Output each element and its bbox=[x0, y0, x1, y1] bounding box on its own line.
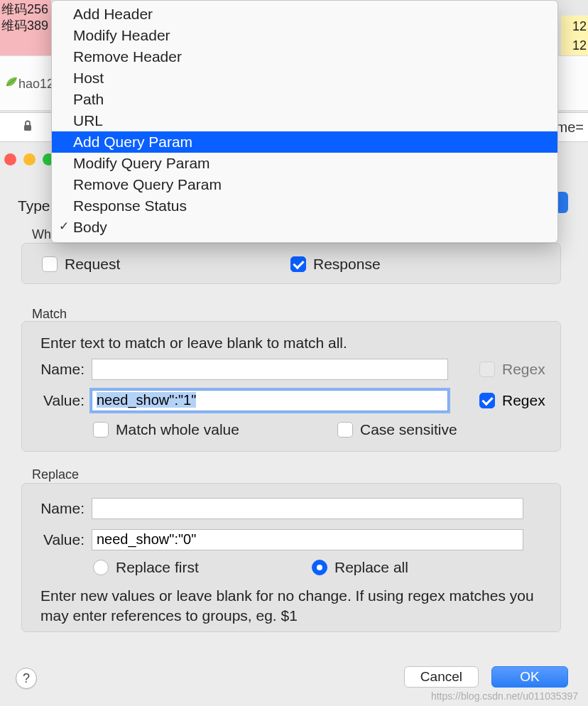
dropdown-item[interactable]: Response Status bbox=[52, 195, 557, 217]
type-dropdown[interactable]: Add HeaderModify HeaderRemove HeaderHost… bbox=[51, 0, 558, 243]
dropdown-item[interactable]: Modify Query Param bbox=[52, 153, 557, 174]
replace-section-label: Replace bbox=[32, 467, 79, 482]
dropdown-item[interactable]: Host bbox=[52, 67, 557, 89]
window-controls bbox=[4, 153, 55, 165]
match-panel: Enter text to match or leave blank to ma… bbox=[21, 321, 561, 452]
bg-text: 维码389 bbox=[1, 18, 50, 34]
dropdown-item-label: Add Query Param bbox=[73, 134, 192, 150]
type-label: Type: bbox=[18, 197, 54, 214]
replace-panel: Name: Value: need_show":"0" Replace firs… bbox=[21, 483, 561, 632]
response-checkbox-label: Response bbox=[313, 256, 381, 273]
dropdown-item-label: Response Status bbox=[73, 197, 187, 214]
request-checkbox[interactable] bbox=[42, 256, 58, 272]
match-hint: Enter text to match or leave blank to ma… bbox=[40, 333, 347, 353]
dropdown-item-label: Path bbox=[73, 91, 104, 107]
case-sensitive-row[interactable]: Case sensitive bbox=[337, 421, 457, 438]
match-name-label: Name: bbox=[38, 361, 85, 378]
match-name-input[interactable] bbox=[92, 359, 448, 380]
dropdown-item-label: URL bbox=[73, 112, 103, 129]
match-value-input[interactable]: need_show":"1" bbox=[92, 390, 448, 411]
dropdown-item-label: Host bbox=[73, 70, 104, 86]
dropdown-item[interactable]: URL bbox=[52, 110, 557, 131]
response-checkbox[interactable] bbox=[290, 256, 306, 272]
regex-label: Regex bbox=[502, 392, 545, 409]
where-panel: Request Response bbox=[21, 243, 561, 284]
dropdown-item[interactable]: Remove Query Param bbox=[52, 174, 557, 195]
dropdown-item-label: Modify Query Param bbox=[73, 155, 210, 171]
case-sensitive-label: Case sensitive bbox=[360, 421, 457, 438]
bg-text: 12 bbox=[562, 17, 587, 36]
request-checkbox-row[interactable]: Request bbox=[42, 256, 120, 273]
replace-all-row[interactable]: Replace all bbox=[312, 559, 408, 576]
regex-label: Regex bbox=[502, 361, 545, 378]
replace-first-row[interactable]: Replace first bbox=[93, 559, 199, 576]
cancel-button[interactable]: Cancel bbox=[404, 666, 479, 688]
replace-all-radio[interactable] bbox=[312, 560, 327, 575]
replace-first-radio[interactable] bbox=[93, 560, 109, 575]
replace-value-input[interactable]: need_show":"0" bbox=[92, 529, 523, 550]
dropdown-item-label: Remove Query Param bbox=[73, 176, 222, 192]
case-sensitive-checkbox[interactable] bbox=[337, 422, 353, 438]
url-fragment: me= bbox=[556, 119, 584, 136]
bg-text: 12 bbox=[562, 36, 587, 55]
replace-first-label: Replace first bbox=[116, 559, 199, 576]
match-whole-checkbox[interactable] bbox=[93, 422, 109, 438]
match-value-regex-checkbox[interactable] bbox=[479, 393, 495, 408]
dropdown-item-label: Modify Header bbox=[73, 27, 170, 43]
match-whole-row[interactable]: Match whole value bbox=[93, 421, 239, 438]
help-icon: ? bbox=[23, 671, 30, 686]
dropdown-item[interactable]: Modify Header bbox=[52, 25, 557, 46]
watermark-text: https://blog.csdn.net/u011035397 bbox=[431, 690, 578, 702]
dropdown-item-label: Add Header bbox=[73, 6, 153, 22]
replace-name-label: Name: bbox=[38, 500, 85, 517]
replace-hint: Enter new values or leave blank for no c… bbox=[40, 586, 538, 626]
bg-yellow-fragment: 12 12 bbox=[561, 16, 588, 55]
match-value-label: Value: bbox=[38, 392, 85, 409]
dropdown-item[interactable]: Add Header bbox=[52, 4, 557, 25]
help-button[interactable]: ? bbox=[16, 668, 37, 689]
request-checkbox-label: Request bbox=[65, 256, 120, 273]
dropdown-item-label: Remove Header bbox=[73, 48, 182, 65]
dropdown-item[interactable]: Path bbox=[52, 89, 557, 110]
leaf-icon bbox=[4, 75, 18, 89]
match-whole-label: Match whole value bbox=[116, 421, 239, 438]
match-section-label: Match bbox=[32, 307, 67, 322]
match-name-regex-checkbox[interactable] bbox=[479, 362, 495, 377]
close-window-button[interactable] bbox=[4, 153, 16, 165]
dropdown-item[interactable]: ✓Body bbox=[52, 217, 557, 238]
bg-text: 维码256 bbox=[1, 1, 50, 18]
favorite-label[interactable]: hao12 bbox=[18, 77, 54, 92]
bg-pink-fragment: 维码256 维码389 bbox=[0, 0, 51, 55]
dropdown-item-label: Body bbox=[73, 219, 107, 235]
replace-value-label: Value: bbox=[38, 531, 85, 548]
ok-button[interactable]: OK bbox=[491, 666, 568, 688]
dialog-footer-buttons: Cancel OK bbox=[404, 666, 568, 688]
replace-all-label: Replace all bbox=[334, 559, 408, 576]
lock-icon bbox=[23, 120, 33, 134]
svg-rect-0 bbox=[24, 125, 31, 131]
check-icon: ✓ bbox=[59, 219, 69, 234]
response-checkbox-row[interactable]: Response bbox=[290, 256, 381, 273]
replace-name-input[interactable] bbox=[92, 498, 523, 519]
dropdown-item[interactable]: Add Query Param bbox=[52, 131, 557, 153]
minimize-window-button[interactable] bbox=[23, 153, 36, 165]
dropdown-item[interactable]: Remove Header bbox=[52, 46, 557, 67]
